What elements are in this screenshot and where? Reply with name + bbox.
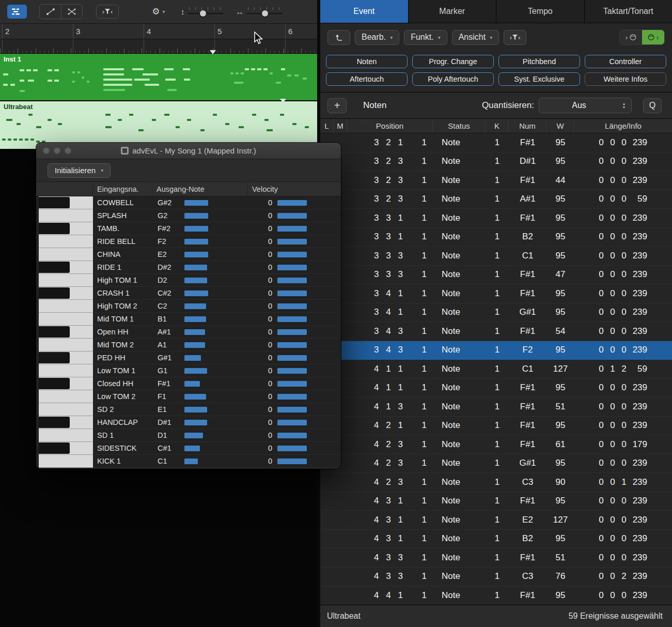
velocity-cell[interactable]: 0	[248, 429, 338, 442]
output-note-cell[interactable]: G#2	[152, 196, 248, 209]
cell-status[interactable]: Note	[433, 171, 486, 190]
cell-num[interactable]: C1	[509, 360, 546, 378]
cell-length[interactable]: 001239	[574, 473, 672, 492]
cell-channel[interactable]: 1	[486, 152, 509, 171]
cell-channel[interactable]: 1	[486, 530, 509, 548]
menu-bearb[interactable]: Bearb.▾	[355, 30, 399, 45]
event-row[interactable]: 4 2 31 Note 1 C3 90 001239	[320, 473, 672, 492]
piano-key-white[interactable]	[39, 390, 93, 403]
mapped-row[interactable]: High TOM 2 C2 0	[36, 300, 341, 313]
cell-length[interactable]: 000239	[574, 586, 672, 605]
mapped-row[interactable]: Mid TOM 1 B1 0	[36, 313, 341, 326]
event-row[interactable]: 4 3 11 Note 1 E2 127 000239	[320, 511, 672, 530]
output-note-cell[interactable]: A1	[152, 339, 248, 351]
velocity-cell[interactable]: 0	[248, 222, 338, 235]
cell-velocity[interactable]: 95	[546, 341, 574, 360]
cell-num[interactable]: F#1	[509, 379, 546, 397]
slider-thumb[interactable]	[262, 10, 268, 17]
event-row[interactable]: 3 4 11 Note 1 F#1 95 000239	[320, 284, 672, 303]
cell-position[interactable]: 3 2 31	[347, 152, 433, 171]
event-row[interactable]: 3 3 31 Note 1 C1 95 000239	[320, 247, 672, 266]
velocity-value-bar[interactable]	[277, 433, 307, 438]
event-row[interactable]: 4 3 11 Note 1 F#1 95 000239	[320, 492, 672, 511]
note-value-bar[interactable]	[184, 316, 206, 322]
output-note-cell[interactable]: C1	[152, 455, 248, 468]
horizontal-zoom-slider[interactable]	[246, 6, 283, 18]
cell-status[interactable]: Note	[433, 284, 486, 303]
filter-poly-aftertouch[interactable]: Poly Aftertouch	[412, 72, 494, 86]
note-value-bar[interactable]	[184, 265, 207, 270]
piano-key-white[interactable]	[39, 300, 93, 313]
velocity-value-bar[interactable]	[277, 278, 307, 283]
window-titlebar[interactable]: advEvL - My Song 1 (Mapped Instr.)	[36, 143, 341, 159]
event-row[interactable]: 4 2 11 Note 1 F#1 95 000239	[320, 417, 672, 436]
piano-key-white[interactable]	[39, 455, 93, 468]
event-filter-button[interactable]: ›‹	[96, 5, 119, 19]
cell-position[interactable]: 4 2 31	[347, 454, 433, 473]
cell-num[interactable]: F2	[509, 341, 546, 360]
cell-status[interactable]: Note	[433, 341, 486, 360]
cell-position[interactable]: 3 3 11	[347, 209, 433, 227]
cell-channel[interactable]: 1	[486, 303, 509, 322]
cell-position[interactable]: 3 4 11	[347, 303, 433, 322]
quantize-select[interactable]: Aus ▲▼	[539, 98, 632, 113]
cell-length[interactable]: 000239	[574, 379, 672, 397]
velocity-value-bar[interactable]	[277, 213, 307, 219]
event-row[interactable]: 4 1 11 Note 1 F#1 95 000239	[320, 379, 672, 398]
mapped-row[interactable]: Open HH A#1 0	[36, 326, 341, 339]
cell-velocity[interactable]: 90	[546, 473, 574, 492]
cell-position[interactable]: 4 4 11	[347, 586, 433, 605]
cell-length[interactable]: 000239	[574, 171, 672, 190]
event-row[interactable]: 4 2 31 Note 1 F#1 61 000179	[320, 435, 672, 454]
cell-status[interactable]: Note	[433, 435, 486, 454]
cell-status[interactable]: Note	[433, 492, 486, 511]
output-note-cell[interactable]: G1	[152, 364, 248, 377]
midi-out-indicator[interactable]: ›	[642, 30, 664, 44]
event-row[interactable]: 4 2 31 Note 1 G#1 95 000239	[320, 454, 672, 473]
cell-num[interactable]: C3	[509, 568, 546, 586]
cell-length[interactable]: 000239	[574, 341, 672, 360]
tab-taktart-tonart[interactable]: Taktart/Tonart	[585, 0, 672, 23]
cell-num[interactable]: F#1	[509, 492, 546, 511]
cell-position[interactable]: 4 2 11	[347, 417, 433, 435]
midi-region-ultrabeat[interactable]: Ultrabeat	[0, 101, 317, 149]
output-note-cell[interactable]: F#2	[152, 222, 248, 235]
output-note-cell[interactable]: E2	[152, 248, 248, 261]
cell-channel[interactable]: 1	[486, 492, 509, 511]
piano-key-white[interactable]	[39, 248, 93, 261]
filter-controller[interactable]: Controller	[585, 55, 666, 68]
cell-status[interactable]: Note	[433, 473, 486, 492]
event-row[interactable]: 3 3 11 Note 1 F#1 95 000239	[320, 209, 672, 228]
cell-position[interactable]: 4 3 11	[347, 492, 433, 511]
initialize-menu-button[interactable]: Initialisieren ▾	[48, 163, 111, 178]
cell-num[interactable]: A#1	[509, 190, 546, 209]
velocity-cell[interactable]: 0	[248, 300, 338, 313]
cell-velocity[interactable]: 95	[546, 417, 574, 435]
cell-num[interactable]: F#1	[509, 266, 546, 284]
event-row[interactable]: 3 3 31 Note 1 F#1 47 000239	[320, 266, 672, 285]
cell-position[interactable]: 4 3 11	[347, 530, 433, 548]
cell-channel[interactable]: 1	[486, 568, 509, 586]
cell-position[interactable]: 3 3 11	[347, 228, 433, 247]
column-header-velocity[interactable]: Velocity	[248, 182, 341, 196]
cell-status[interactable]: Note	[433, 379, 486, 397]
cell-velocity[interactable]: 44	[546, 171, 574, 190]
cell-num[interactable]: F#1	[509, 171, 546, 190]
velocity-cell[interactable]: 0	[248, 235, 338, 248]
cell-num[interactable]: G#1	[509, 454, 546, 473]
output-note-cell[interactable]: G#1	[152, 351, 248, 364]
note-value-bar[interactable]	[184, 290, 208, 296]
cell-channel[interactable]: 1	[486, 133, 509, 152]
mapped-row[interactable]: PED HH G#1 0	[36, 351, 341, 364]
cell-velocity[interactable]: 51	[546, 548, 574, 567]
mapped-row[interactable]: SPLASH G2 0	[36, 209, 341, 222]
column-header-l[interactable]: L	[320, 119, 334, 133]
cell-length[interactable]: 000239	[574, 266, 672, 284]
piano-key-white[interactable]	[39, 209, 93, 222]
cell-status[interactable]: Note	[433, 152, 486, 171]
cell-status[interactable]: Note	[433, 548, 486, 567]
output-note-cell[interactable]: B1	[152, 313, 248, 326]
piano-key-black[interactable]	[39, 442, 93, 455]
cell-num[interactable]: G#1	[509, 303, 546, 322]
event-row[interactable]: 4 3 11 Note 1 B2 95 000239	[320, 530, 672, 549]
